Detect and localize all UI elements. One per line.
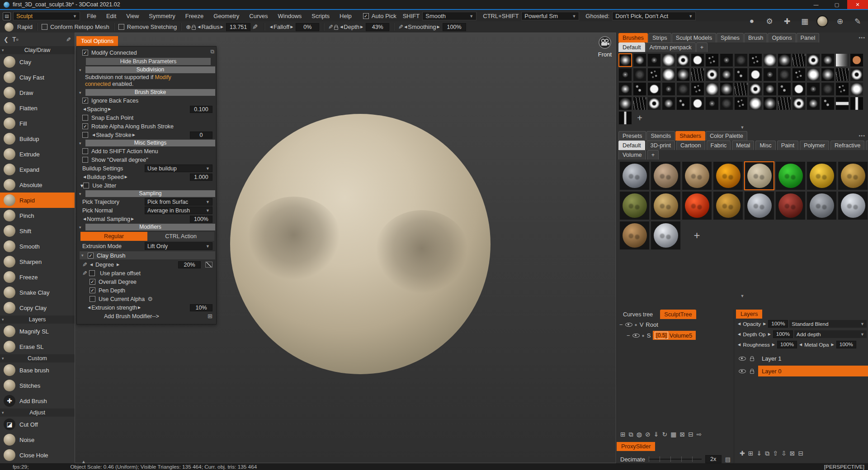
sidebar-item-flatten[interactable]: Flatten [0, 100, 75, 116]
move-up-icon[interactable]: ⇧ [773, 450, 778, 457]
sidebar-item-rapid[interactable]: Rapid [0, 193, 75, 208]
section-header-claydraw[interactable]: ▾Clay/Draw [0, 46, 75, 54]
brush-thumbnail[interactable] [821, 68, 835, 81]
spinner-right-icon[interactable]: ▶ [762, 322, 767, 326]
spinner-right-icon[interactable]: ▶ [767, 332, 772, 336]
sidebar-item-shift[interactable]: Shift [0, 223, 75, 239]
brush-thumbnail[interactable] [618, 97, 632, 110]
duplicate-icon[interactable]: ⧉ [629, 431, 633, 438]
add-shader-button[interactable]: + [682, 221, 712, 250]
section-header-adjust[interactable]: ▾Adjust [0, 409, 75, 417]
workspace-icon[interactable]: ▤ [3, 12, 11, 20]
shader-thumbnail[interactable] [651, 161, 681, 190]
import-icon[interactable]: ⇓ [654, 431, 659, 438]
pen-depth-checkbox[interactable]: ✓ [90, 287, 95, 293]
brush-thumbnail[interactable] [835, 82, 849, 96]
brush-thumbnail[interactable] [618, 53, 632, 67]
menu-help[interactable]: Help [335, 11, 357, 21]
collapse-icon[interactable]: − [619, 321, 623, 328]
use-plane-offset-checkbox[interactable] [89, 270, 95, 276]
param-value[interactable]: 100% [773, 330, 793, 338]
falloff-curve-icon[interactable] [205, 262, 212, 268]
lock-icon[interactable] [750, 371, 754, 374]
delete-icon[interactable]: ⊟ [798, 450, 803, 457]
chevron-down-icon[interactable]: ▾ [79, 225, 85, 230]
brush-thumbnail[interactable] [676, 68, 690, 81]
collapse-arrow-icon[interactable]: ▼ [617, 293, 868, 299]
pen-pressure-icon[interactable]: ✎ [82, 261, 87, 268]
falloff-value[interactable]: 0% [296, 23, 319, 31]
sidebar-item-cut-off[interactable]: ◪Cut Off [0, 417, 75, 432]
shader-thumbnail[interactable] [651, 221, 681, 250]
brush-thumbnail[interactable] [676, 97, 690, 110]
sidebar-item-add-brush[interactable]: ✚Add Brush [0, 393, 75, 409]
menu-windows[interactable]: Windows [273, 11, 307, 21]
option-value[interactable]: 0 [190, 132, 212, 139]
brush-thumbnail[interactable] [763, 53, 777, 67]
spinner-left-icon[interactable]: ◀ [798, 343, 803, 347]
shader-thumbnail[interactable] [713, 191, 743, 220]
close-button[interactable]: ✕ [847, 0, 868, 9]
lock-icon[interactable] [334, 27, 338, 30]
import-icon[interactable]: ⇓ [756, 450, 762, 457]
sidebar-item-freeze[interactable]: Freeze [0, 269, 75, 285]
duplicate-icon[interactable]: ⧉ [765, 450, 769, 457]
ignore-back-faces-checkbox[interactable]: ✓ [82, 98, 88, 103]
spinner-right-icon[interactable]: ▶ [137, 306, 142, 310]
section-header-modifiers[interactable]: Modifiers [85, 224, 215, 230]
brush-thumbnail[interactable] [633, 68, 646, 81]
brush-thumbnail[interactable] [691, 97, 704, 110]
option-value[interactable]: 1.000 [190, 174, 212, 181]
text-tool-icon[interactable]: T▫ [12, 36, 19, 43]
brush-thumbnail[interactable] [807, 97, 820, 110]
sidebar-item-draw[interactable]: Draw [0, 85, 75, 100]
tab-sculpttree[interactable]: SculptTree [660, 310, 696, 319]
option-value[interactable]: 100% [190, 216, 212, 223]
tab-sculpt-models[interactable]: Sculpt Models [672, 33, 716, 42]
spinner-right-icon[interactable]: ▶ [107, 107, 112, 111]
to-retopo-icon[interactable]: ⇨ [697, 431, 702, 438]
menu-geometry[interactable]: Geometry [208, 11, 244, 21]
chevron-down-icon[interactable]: ▾ [79, 90, 85, 95]
ghosted-select[interactable]: Don't Pick, Don't Act ▼ [612, 12, 696, 20]
spinner-left-icon[interactable]: ◀ [82, 175, 87, 179]
menu-edit[interactable]: Edit [101, 11, 121, 21]
layer-row-layer-0[interactable]: Layer 0 [735, 365, 868, 377]
shift-action-select[interactable]: Smooth ▼ [422, 12, 476, 20]
shader-thumbnail[interactable] [619, 161, 650, 190]
brush-thumbnail[interactable] [749, 68, 762, 81]
more-options-icon[interactable]: ••• [859, 35, 865, 40]
tab-options[interactable]: Options [768, 33, 796, 42]
menu-view[interactable]: View [121, 11, 144, 21]
shader-cat-toon[interactable]: Toon [866, 141, 868, 150]
option-value[interactable]: 20% [178, 261, 201, 268]
proxy-slider-tab[interactable]: ProxySlider [617, 442, 655, 451]
section-header-sampling[interactable]: Sampling [85, 190, 215, 197]
sidebar-item-snake-clay[interactable]: Snake Clay [0, 285, 75, 300]
shader-cat-volume[interactable]: Volume [618, 150, 646, 160]
shader-thumbnail[interactable] [619, 191, 650, 220]
sidebar-item-clay[interactable]: Clay [0, 54, 75, 70]
brush-thumbnail[interactable] [835, 97, 849, 110]
pick-trajectory-select[interactable]: Pick from Surfac▼ [145, 198, 212, 206]
remove-stretching-checkbox[interactable] [118, 24, 124, 30]
brush-thumbnail[interactable] [749, 97, 762, 110]
shader-cat-fabric[interactable]: Fabric [707, 141, 731, 150]
layer-row-layer-1[interactable]: Layer 1 [735, 352, 868, 364]
material-sphere-icon[interactable]: ● [745, 14, 759, 28]
tab-strips[interactable]: Strips [648, 33, 671, 42]
sidebar-item-extrude[interactable]: Extrude [0, 146, 75, 162]
pen-icon[interactable]: ✎ [851, 14, 864, 28]
shader-thumbnail[interactable] [838, 191, 868, 220]
menu-symmetry[interactable]: Symmetry [144, 11, 180, 21]
brush-thumbnail[interactable] [807, 82, 820, 96]
visibility-eye-icon[interactable] [625, 323, 632, 327]
show-overall-degree--checkbox[interactable] [82, 157, 88, 163]
brush-thumbnail[interactable] [705, 68, 719, 81]
smoothing-value[interactable]: 100% [443, 23, 466, 31]
add-shader-category-button[interactable]: + [647, 150, 659, 160]
checker-icon[interactable]: ▦ [798, 14, 811, 28]
ghost-icon[interactable]: ⊘ [645, 431, 651, 438]
sidebar-item-smooth[interactable]: Smooth [0, 239, 75, 254]
pick-normal-select[interactable]: Average in Brush▼ [145, 207, 212, 214]
